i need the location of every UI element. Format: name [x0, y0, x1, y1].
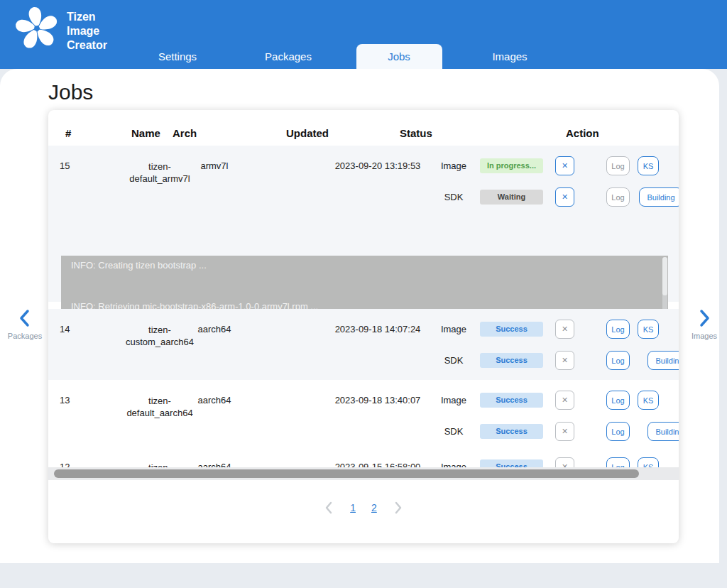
- app-logo[interactable]: [14, 6, 60, 51]
- ks-button[interactable]: KS: [638, 156, 659, 175]
- tab-jobs[interactable]: Jobs: [344, 44, 454, 69]
- status-badge: In progress...: [480, 158, 543, 173]
- chevron-right-icon: [696, 309, 712, 327]
- cancel-button[interactable]: ×: [555, 187, 574, 207]
- cancel-button[interactable]: ×: [555, 422, 574, 441]
- column-header-status: Status: [400, 127, 432, 139]
- sdk-status-line: SDK Waiting × Log Building: [48, 187, 679, 208]
- brand-line-1: Tizen: [67, 10, 107, 24]
- status-badge: Success: [480, 353, 543, 368]
- side-nav-packages[interactable]: Packages: [4, 309, 46, 340]
- status-type-label: SDK: [425, 426, 482, 437]
- building-button[interactable]: Building: [647, 422, 679, 441]
- chevron-left-icon: [323, 501, 334, 515]
- pagination-next-button[interactable]: [393, 501, 404, 515]
- log-line: INFO: Creating tizen bootstrap ...: [71, 260, 654, 271]
- tab-packages-label: Packages: [233, 44, 344, 69]
- log-button[interactable]: Log: [606, 320, 630, 339]
- status-badge: Success: [480, 424, 543, 439]
- chevron-right-icon: [393, 501, 404, 515]
- log-button[interactable]: Log: [606, 422, 630, 441]
- status-badge: Success: [480, 322, 543, 337]
- job-row: 13 tizen-default_aarch64 aarch64 2023-09…: [48, 380, 679, 451]
- table-header-row: # Name Arch Updated Status Action: [48, 110, 679, 146]
- ks-button[interactable]: KS: [638, 391, 659, 410]
- building-button[interactable]: Building: [647, 351, 679, 370]
- status-type-label: SDK: [425, 355, 482, 366]
- building-button[interactable]: Building: [639, 187, 679, 207]
- ks-button[interactable]: KS: [638, 320, 659, 339]
- tab-settings-label: Settings: [122, 44, 233, 69]
- status-type-label: Image: [425, 395, 482, 405]
- image-status-line: Image Success × Log KS: [48, 390, 679, 411]
- main-panel: Jobs Packages Images # Name Arch Updated…: [0, 69, 719, 563]
- page-link-1[interactable]: 1: [350, 502, 356, 513]
- status-type-label: Image: [425, 324, 482, 334]
- column-header-updated: Updated: [286, 127, 329, 139]
- horizontal-scrollbar-thumb[interactable]: [54, 469, 639, 478]
- pinwheel-icon: [14, 6, 60, 51]
- tab-settings[interactable]: Settings: [122, 44, 233, 69]
- tab-images-label: Images: [454, 44, 565, 69]
- side-nav-packages-label: Packages: [4, 332, 46, 340]
- tab-images[interactable]: Images: [454, 44, 565, 69]
- chevron-left-icon: [17, 309, 33, 327]
- column-header-arch: Arch: [173, 127, 197, 139]
- cancel-button[interactable]: ×: [555, 156, 574, 175]
- main-nav: Settings Packages Jobs Images: [122, 44, 565, 69]
- sdk-status-line: SDK Success × Log Building: [48, 350, 679, 371]
- table-body: 15 tizen-default_armv7l armv7l 2023-09-2…: [48, 146, 679, 480]
- brand-text: Tizen Image Creator: [67, 10, 107, 53]
- job-row: 15 tizen-default_armv7l armv7l 2023-09-2…: [48, 146, 679, 302]
- jobs-table-card: # Name Arch Updated Status Action 15 tiz…: [48, 110, 679, 543]
- pagination: 1 2: [48, 494, 679, 522]
- sdk-status-line: SDK Success × Log Building: [48, 421, 679, 442]
- log-scrollbar-thumb[interactable]: [662, 257, 667, 295]
- app-header: Tizen Image Creator Settings Packages Jo…: [0, 0, 727, 69]
- side-nav-images[interactable]: Images: [683, 309, 726, 340]
- page-link-2[interactable]: 2: [371, 502, 377, 513]
- brand-line-2: Image: [67, 24, 107, 38]
- log-button[interactable]: Log: [606, 187, 630, 207]
- log-button[interactable]: Log: [606, 391, 630, 410]
- log-button[interactable]: Log: [606, 156, 630, 175]
- brand-line-3: Creator: [67, 38, 107, 53]
- cancel-button[interactable]: ×: [555, 320, 574, 339]
- cancel-button[interactable]: ×: [555, 391, 574, 410]
- job-row: 14 tizen-custom_aarch64 aarch64 2023-09-…: [48, 309, 679, 380]
- log-button[interactable]: Log: [606, 351, 630, 370]
- tab-packages[interactable]: Packages: [233, 44, 344, 69]
- pagination-prev-button[interactable]: [323, 501, 334, 515]
- column-header-id: #: [65, 127, 71, 139]
- image-status-line: Image Success × Log KS: [48, 319, 679, 340]
- tab-jobs-label: Jobs: [356, 44, 442, 69]
- horizontal-scrollbar-track[interactable]: [48, 467, 679, 480]
- page-title: Jobs: [48, 80, 93, 104]
- column-header-action: Action: [566, 127, 599, 139]
- side-nav-images-label: Images: [683, 332, 726, 340]
- status-type-label: Image: [425, 160, 482, 171]
- status-type-label: SDK: [425, 192, 482, 202]
- cancel-button[interactable]: ×: [555, 351, 574, 370]
- status-badge: Waiting: [480, 190, 543, 205]
- status-badge: Success: [480, 393, 543, 408]
- image-status-line: Image In progress... × Log KS: [48, 156, 679, 177]
- column-header-name: Name: [131, 127, 160, 139]
